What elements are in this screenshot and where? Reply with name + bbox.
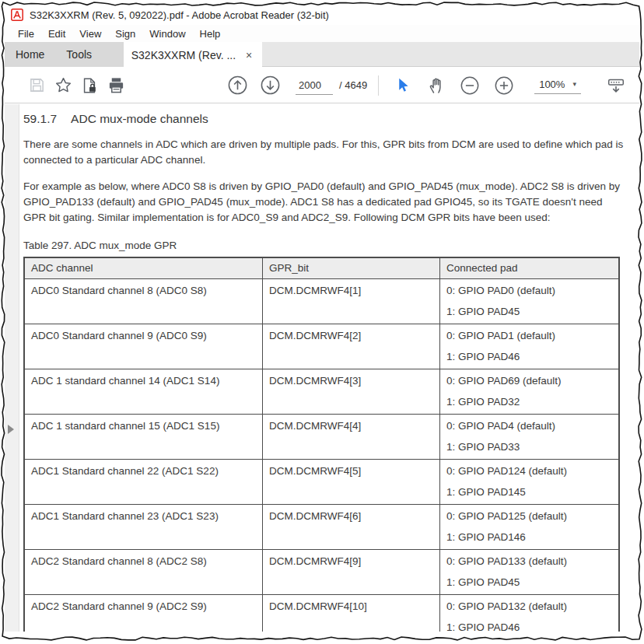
next-page-icon[interactable]	[257, 72, 283, 99]
cell-adc-channel: ADC1 Standard channel 23 (ADC1 S23)	[25, 505, 263, 549]
section-title: ADC mux-mode channels	[71, 112, 208, 125]
cell-connected-pad: 0: GPIO PAD124 (default)1: GPIO PAD145	[440, 460, 618, 504]
page-total-label: / 4649	[339, 79, 367, 91]
cell-connected-pad: 0: GPIO PAD132 (default)1: GPIO PAD46	[440, 595, 618, 632]
cell-adc-channel: ADC2 Standard channel 8 (ADC2 S8)	[25, 550, 263, 594]
tab-tools[interactable]: Tools	[55, 42, 103, 67]
pad-option-0: 0: GPIO PAD124 (default)	[446, 465, 612, 477]
cell-adc-channel: ADC2 Standard channel 9 (ADC2 S9)	[25, 595, 263, 632]
cell-connected-pad: 0: GPIO PAD69 (default)1: GPIO PAD32	[440, 369, 618, 414]
pad-option-1: 1: GPIO PAD46	[446, 621, 612, 632]
cell-gpr-bit: DCM.DCMRWF4[2]	[263, 324, 440, 369]
main-toolbar: / 4649 100% ▾	[5, 68, 639, 103]
cell-connected-pad: 0: GPIO PAD1 (default)1: GPIO PAD46	[440, 324, 618, 369]
cell-gpr-bit: DCM.DCMRWF4[6]	[263, 505, 440, 549]
tab-home[interactable]: Home	[5, 42, 55, 67]
section-number: 59.1.7	[23, 112, 57, 125]
pad-option-0: 0: GPIO PAD1 (default)	[446, 330, 612, 341]
window-title: S32K3XXRM (Rev. 5, 092022).pdf - Adobe A…	[30, 9, 329, 21]
pad-option-0: 0: GPIO PAD69 (default)	[446, 375, 612, 387]
pad-option-1: 1: GPIO PAD45	[446, 576, 612, 588]
pad-option-1: 1: GPIO PAD33	[446, 441, 612, 453]
acrobat-app-icon	[11, 9, 23, 21]
table-row: ADC 1 standard channel 14 (ADC1 S14)DCM.…	[25, 369, 618, 415]
menu-sign[interactable]: Sign	[108, 26, 142, 41]
tab-document[interactable]: S32K3XXRM (Rev. ... ×	[124, 42, 262, 68]
table-row: ADC0 Standard channel 9 (ADC0 S9)DCM.DCM…	[25, 324, 618, 369]
tab-bar: Home Tools S32K3XXRM (Rev. ... ×	[5, 42, 639, 67]
table-body: ADC0 Standard channel 8 (ADC0 S8)DCM.DCM…	[25, 279, 618, 632]
cell-gpr-bit: DCM.DCMRWF4[10]	[263, 595, 440, 632]
table-header-adc-channel: ADC channel	[25, 258, 263, 278]
cell-adc-channel: ADC0 Standard channel 9 (ADC0 S9)	[25, 324, 263, 369]
cell-adc-channel: ADC 1 standard channel 15 (ADC1 S15)	[25, 415, 263, 459]
table-row: ADC0 Standard channel 8 (ADC0 S8)DCM.DCM…	[25, 279, 618, 324]
star-icon[interactable]	[50, 72, 76, 99]
cell-adc-channel: ADC0 Standard channel 8 (ADC0 S8)	[25, 279, 263, 324]
table-caption: Table 297. ADC mux_mode GPR	[23, 240, 635, 251]
selection-pointer-icon[interactable]	[390, 72, 416, 99]
pad-option-0: 0: GPIO PAD125 (default)	[446, 510, 612, 522]
zoom-level-dropdown[interactable]: 100% ▾	[534, 77, 581, 94]
print-icon[interactable]	[103, 72, 129, 99]
nav-pane-expand-icon[interactable]	[8, 425, 14, 434]
cell-adc-channel: ADC 1 standard channel 14 (ADC1 S14)	[25, 369, 263, 414]
cell-gpr-bit: DCM.DCMRWF4[4]	[263, 415, 440, 459]
table-header-connected-pad: Connected pad	[440, 258, 618, 278]
table-row: ADC2 Standard channel 8 (ADC2 S8)DCM.DCM…	[25, 550, 618, 595]
menu-window[interactable]: Window	[142, 26, 192, 41]
cell-connected-pad: 0: GPIO PAD4 (default)1: GPIO PAD33	[440, 415, 618, 459]
cell-connected-pad: 0: GPIO PAD133 (default)1: GPIO PAD45	[440, 550, 618, 594]
window-titlebar: S32K3XXRM (Rev. 5, 092022).pdf - Adobe A…	[5, 5, 639, 25]
zoom-level-value: 100%	[539, 79, 565, 90]
hand-tool-icon[interactable]	[424, 72, 450, 99]
save-icon[interactable]	[23, 72, 50, 99]
pad-option-1: 1: GPIO PAD146	[446, 531, 612, 543]
tab-document-label: S32K3XXRM (Rev. ...	[131, 49, 236, 61]
pad-option-0: 0: GPIO PAD4 (default)	[446, 420, 612, 432]
export-pdf-lock-icon[interactable]	[76, 72, 103, 99]
menu-edit[interactable]: Edit	[41, 26, 72, 41]
tab-close-icon[interactable]: ×	[243, 48, 254, 62]
navigation-pane-strip	[5, 104, 19, 632]
screenshot-root: S32K3XXRM (Rev. 5, 092022).pdf - Adobe A…	[0, 0, 644, 644]
previous-page-icon[interactable]	[224, 72, 250, 99]
pad-option-0: 0: GPIO PAD132 (default)	[446, 600, 612, 612]
pad-option-0: 0: GPIO PAD133 (default)	[446, 555, 612, 567]
table-row: ADC1 Standard channel 22 (ADC1 S22)DCM.D…	[25, 460, 618, 505]
cell-connected-pad: 0: GPIO PAD125 (default)1: GPIO PAD146	[440, 505, 618, 549]
section-heading: 59.1.7ADC mux-mode channels	[23, 112, 635, 126]
menu-file[interactable]: File	[11, 26, 41, 41]
zoom-in-icon[interactable]	[491, 72, 517, 99]
menu-bar: File Edit View Sign Window Help	[5, 25, 639, 42]
pdf-page-view[interactable]: 59.1.7ADC mux-mode channels There are so…	[19, 104, 638, 632]
cell-connected-pad: 0: GPIO PAD0 (default)1: GPIO PAD45	[440, 279, 618, 324]
pad-option-1: 1: GPIO PAD45	[446, 306, 612, 317]
pad-option-1: 1: GPIO PAD46	[446, 351, 612, 362]
cell-gpr-bit: DCM.DCMRWF4[9]	[263, 550, 440, 594]
paragraph-intro: There are some channels in ADC which are…	[23, 137, 624, 168]
zoom-out-icon[interactable]	[457, 72, 483, 99]
table-header-gpr-bit: GPR_bit	[263, 258, 440, 278]
pad-option-0: 0: GPIO PAD0 (default)	[446, 285, 612, 296]
page-number-input[interactable]	[296, 76, 333, 95]
cell-gpr-bit: DCM.DCMRWF4[1]	[263, 279, 440, 324]
table-header-row: ADC channel GPR_bit Connected pad	[25, 258, 618, 279]
menu-view[interactable]: View	[72, 26, 108, 41]
page-display-icon[interactable]	[603, 72, 629, 99]
cell-gpr-bit: DCM.DCMRWF4[5]	[263, 460, 440, 504]
tab-group-static: Home Tools	[5, 42, 124, 67]
cell-adc-channel: ADC1 Standard channel 22 (ADC1 S22)	[25, 460, 263, 504]
table-row: ADC 1 standard channel 15 (ADC1 S15)DCM.…	[25, 415, 618, 460]
paragraph-example: For example as below, where ADC0 S8 is d…	[23, 179, 624, 226]
table-row: ADC1 Standard channel 23 (ADC1 S23)DCM.D…	[25, 505, 618, 550]
menu-help[interactable]: Help	[193, 26, 228, 41]
adc-mux-table: ADC channel GPR_bit Connected pad ADC0 S…	[23, 257, 620, 632]
chevron-down-icon: ▾	[572, 80, 576, 88]
toolbar-divider	[378, 75, 379, 96]
table-row: ADC2 Standard channel 9 (ADC2 S9)DCM.DCM…	[25, 595, 618, 632]
pad-option-1: 1: GPIO PAD145	[446, 486, 612, 498]
cell-gpr-bit: DCM.DCMRWF4[3]	[263, 369, 440, 414]
pad-option-1: 1: GPIO PAD32	[446, 396, 612, 408]
